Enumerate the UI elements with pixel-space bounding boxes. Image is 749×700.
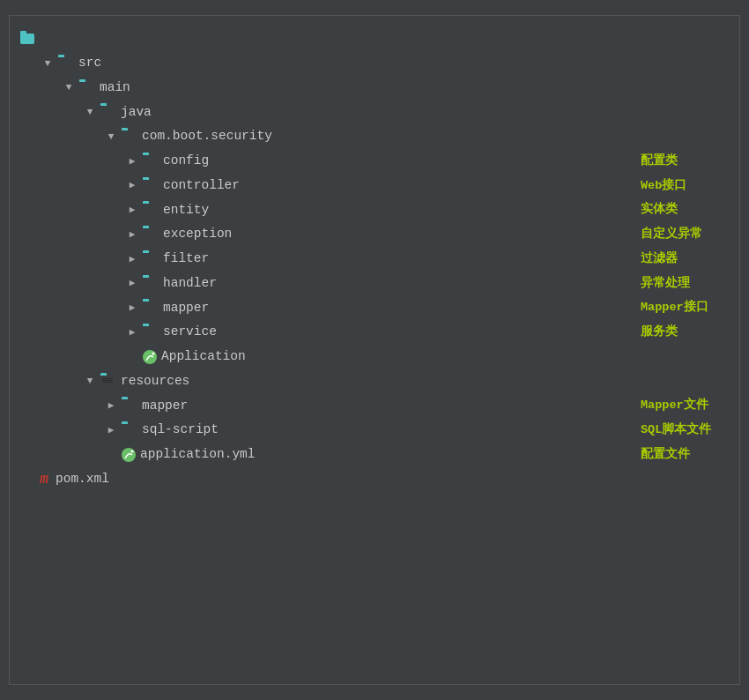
folder-icon: [143, 204, 159, 216]
arrow-right-icon: [126, 252, 138, 267]
tree-row[interactable]: com.boot.security: [20, 124, 729, 149]
item-annotation: 配置类: [641, 153, 729, 170]
row-content: config 配置类: [20, 152, 729, 171]
row-content: com.boot.security: [20, 127, 729, 146]
item-annotation: SQL脚本文件: [641, 421, 729, 439]
row-content: filter 过滤器: [20, 249, 729, 269]
arrow-down-icon: [63, 80, 75, 95]
svg-point-0: [143, 350, 157, 364]
item-label: mapper: [142, 397, 605, 416]
resources-folder-icon: [100, 376, 116, 388]
folder-icon: [100, 106, 116, 118]
project-title: [20, 32, 45, 44]
tree-row[interactable]: controller Web接口: [20, 174, 729, 198]
row-content: application.yml 配置文件: [20, 445, 729, 465]
arrow-down-icon: [105, 130, 117, 145]
item-label: application.yml: [140, 445, 605, 465]
item-annotation: 实体类: [641, 201, 729, 219]
row-content: sql-script SQL脚本文件: [20, 421, 729, 440]
item-label: pom.xml: [56, 470, 729, 489]
row-content: entity 实体类: [20, 201, 729, 220]
item-annotation: 自定义异常: [641, 226, 729, 243]
tree-row[interactable]: service 服务类: [20, 320, 729, 345]
row-content: m pom.xml: [20, 470, 729, 489]
maven-icon: m: [36, 472, 52, 488]
folder-icon: [143, 326, 159, 339]
item-annotation: 服务类: [641, 324, 729, 341]
tree-row[interactable]: mapper Mapper文件: [20, 394, 729, 419]
item-annotation: 过滤器: [641, 250, 729, 268]
item-label: resources: [121, 372, 729, 391]
arrow-right-icon: [126, 203, 138, 218]
tree-row[interactable]: mapper Mapper接口: [20, 296, 729, 321]
spring-yml-icon: [121, 447, 137, 463]
file-tree-panel: src main java com.boot.security: [9, 15, 740, 685]
tree-row[interactable]: application.yml 配置文件: [20, 443, 729, 467]
folder-icon: [58, 57, 74, 70]
row-content: main: [20, 78, 729, 98]
item-label: entity: [163, 201, 605, 220]
folder-icon: [122, 399, 137, 412]
arrow-right-icon: [105, 423, 117, 438]
tree-row[interactable]: resources: [20, 369, 729, 394]
tree-row[interactable]: handler 异常处理: [20, 272, 729, 296]
arrow-right-icon: [126, 301, 138, 316]
tree-header: [20, 32, 729, 44]
spring-boot-icon: [142, 349, 158, 365]
item-annotation: 异常处理: [641, 275, 729, 293]
tree-body: src main java com.boot.security: [20, 51, 729, 492]
folder-icon: [143, 155, 159, 168]
arrow-right-icon: [126, 154, 138, 169]
arrow-right-icon: [105, 398, 117, 413]
arrow-right-icon: [126, 227, 138, 242]
row-content: src: [20, 54, 729, 73]
item-annotation: Mapper接口: [641, 299, 729, 316]
tree-row[interactable]: m pom.xml: [20, 467, 729, 492]
svg-point-1: [152, 352, 155, 354]
tree-row[interactable]: entity 实体类: [20, 198, 729, 223]
folder-icon: [122, 130, 137, 143]
tree-row[interactable]: main: [20, 76, 729, 101]
arrow-right-icon: [126, 325, 138, 340]
item-label: java: [121, 103, 729, 123]
item-label: mapper: [163, 299, 605, 318]
arrow-down-icon: [84, 105, 96, 120]
tree-row[interactable]: java: [20, 101, 729, 125]
folder-icon: [143, 302, 159, 314]
tree-row[interactable]: filter 过滤器: [20, 247, 729, 272]
item-label: service: [163, 323, 605, 342]
item-label: sql-script: [142, 421, 605, 440]
svg-point-2: [122, 448, 136, 462]
item-label: handler: [163, 274, 605, 294]
folder-icon: [143, 278, 159, 290]
folder-icon: [143, 228, 159, 241]
folder-icon: [122, 424, 137, 436]
item-annotation: Mapper文件: [641, 397, 729, 414]
tree-row[interactable]: src: [20, 51, 729, 76]
item-label: src: [78, 54, 729, 73]
folder-icon: [79, 82, 95, 94]
arrow-right-icon: [126, 276, 138, 291]
row-content: mapper Mapper接口: [20, 299, 729, 318]
item-annotation: 配置文件: [641, 446, 729, 464]
tree-row[interactable]: config 配置类: [20, 149, 729, 174]
svg-point-3: [131, 450, 134, 452]
tree-row[interactable]: sql-script SQL脚本文件: [20, 418, 729, 443]
tree-row[interactable]: exception 自定义异常: [20, 222, 729, 247]
folder-icon: [143, 180, 159, 192]
item-label: main: [100, 78, 729, 98]
arrow-down-icon: [84, 374, 96, 389]
row-content: mapper Mapper文件: [20, 397, 729, 416]
arrow-down-icon: [41, 56, 54, 71]
item-label: controller: [163, 176, 605, 196]
tree-row[interactable]: Application: [20, 345, 729, 369]
item-label: config: [163, 152, 605, 171]
item-label: exception: [163, 225, 605, 244]
item-label: filter: [163, 249, 605, 269]
folder-icon: [143, 253, 159, 265]
row-content: service 服务类: [20, 323, 729, 342]
row-content: handler 异常处理: [20, 274, 729, 294]
row-content: controller Web接口: [20, 176, 729, 196]
row-content: Application: [20, 347, 729, 367]
row-content: exception 自定义异常: [20, 225, 729, 244]
